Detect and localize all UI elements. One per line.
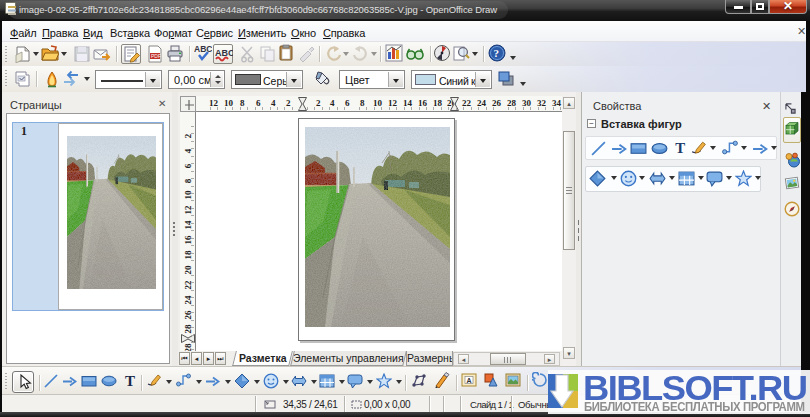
svg-text:?: ? <box>494 47 500 59</box>
svg-text:ABC: ABC <box>215 48 233 58</box>
svg-text:A: A <box>467 377 472 384</box>
svg-text:T: T <box>675 140 685 156</box>
svg-text:PDF: PDF <box>151 53 161 59</box>
svg-text:T: T <box>125 373 135 389</box>
svg-text:ABC: ABC <box>194 44 212 54</box>
